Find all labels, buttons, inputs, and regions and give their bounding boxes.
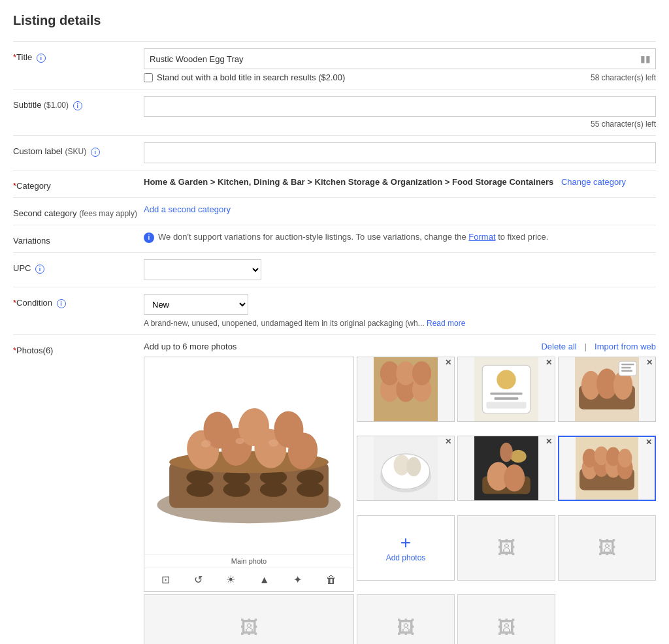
svg-rect-33 [486, 402, 526, 409]
format-link[interactable]: Format [468, 232, 495, 242]
subtitle-label: Subtitle ($1.00) i [13, 96, 144, 110]
subtitle-content: 55 character(s) left [144, 96, 656, 129]
bold-title-checkbox[interactable] [144, 73, 153, 82]
svg-point-63 [618, 449, 632, 468]
upc-select[interactable]: Does not apply [144, 259, 261, 280]
subtitle-input[interactable] [144, 96, 656, 117]
brightness-icon[interactable]: ☀ [226, 573, 235, 586]
svg-rect-39 [619, 361, 636, 376]
title-input-wrap: ▮▮ [144, 48, 656, 69]
main-photo-cell: Main photo ⊡ ↺ ☀ ▲ ✦ 🗑 [144, 357, 354, 592]
variations-info-icon: i [144, 233, 154, 243]
delete-all-link[interactable]: Delete all [541, 342, 576, 351]
title-content: ▮▮ Stand out with a bold title in search… [144, 48, 656, 82]
change-category-link[interactable]: Change category [561, 177, 626, 187]
empty-thumb-5: 🖼 [457, 594, 555, 644]
add-photos-cell[interactable]: + Add photos [357, 515, 455, 581]
title-info-icon[interactable]: i [37, 54, 46, 63]
svg-point-30 [497, 370, 515, 389]
title-label: *Title i [13, 48, 144, 63]
condition-select[interactable]: New Used For parts or not working [144, 294, 248, 315]
subtitle-info-icon[interactable]: i [73, 101, 82, 110]
thumbnail-2[interactable]: ✕ [457, 357, 555, 422]
thumbnail-6[interactable]: ✕ [558, 436, 656, 501]
sku-info-icon[interactable]: i [91, 148, 100, 157]
subtitle-char-count: 55 character(s) left [144, 120, 656, 129]
svg-rect-42 [621, 370, 632, 372]
custom-label-label: Custom label (SKU) i [13, 142, 144, 157]
magic-icon[interactable]: ✦ [293, 573, 302, 586]
bold-title-row: Stand out with a bold title in search re… [144, 72, 656, 82]
svg-rect-31 [491, 393, 523, 395]
thumb-3-close-icon[interactable]: ✕ [646, 359, 653, 366]
empty-thumb-icon-3: 🖼 [240, 617, 258, 638]
thumb-5-close-icon[interactable]: ✕ [546, 438, 552, 445]
thumbnail-5[interactable]: ✕ [457, 436, 555, 501]
svg-point-9 [297, 470, 323, 485]
add-second-category-link[interactable]: Add a second category [144, 204, 231, 214]
condition-read-more-link[interactable]: Read more [427, 319, 465, 328]
add-photos-label: Add photos [386, 553, 426, 562]
upc-content: Does not apply [144, 259, 656, 280]
thumbnail-4[interactable]: ✕ [357, 436, 455, 501]
svg-point-27 [412, 361, 431, 385]
import-from-web-link[interactable]: Import from web [595, 342, 656, 351]
empty-thumb-1: 🖼 [457, 515, 555, 581]
second-category-content: Add a second category [144, 204, 656, 214]
main-photo-label: Main photo [144, 554, 353, 568]
svg-point-53 [500, 443, 513, 462]
photo-toolbar: ⊡ ↺ ☀ ▲ ✦ 🗑 [144, 568, 353, 591]
photos-grid: Main photo ⊡ ↺ ☀ ▲ ✦ 🗑 [144, 357, 656, 644]
photos-label: *Photos(6) [13, 342, 144, 355]
thumb-2-close-icon[interactable]: ✕ [546, 359, 552, 366]
condition-content: New Used For parts or not working A bran… [144, 294, 656, 328]
contrast-icon[interactable]: ▲ [259, 574, 270, 586]
photos-content: Add up to 6 more photos Delete all | Imp… [144, 342, 656, 644]
listing-details-form: *Title i ▮▮ Stand out with a bold title … [13, 41, 656, 644]
add-photos-plus-icon: + [400, 534, 411, 552]
svg-point-51 [504, 464, 525, 492]
category-label: *Category [13, 177, 144, 191]
svg-rect-40 [621, 364, 634, 365]
thumb-4-close-icon[interactable]: ✕ [445, 438, 451, 445]
title-char-count: 58 character(s) left [591, 73, 656, 82]
svg-point-6 [186, 470, 213, 485]
empty-thumb-4: 🖼 [357, 594, 455, 644]
title-input-icon: ▮▮ [640, 54, 651, 64]
bold-title-label: Stand out with a bold title in search re… [157, 72, 345, 82]
upc-info-icon[interactable]: i [35, 265, 44, 274]
condition-label: *Condition i [13, 294, 144, 308]
condition-info-icon[interactable]: i [57, 299, 66, 308]
empty-thumb-icon-4: 🖼 [397, 617, 415, 638]
delete-photo-icon[interactable]: 🗑 [326, 574, 336, 586]
variations-row: Variations i We don't support variations… [13, 225, 656, 252]
upc-label: UPC i [13, 259, 144, 274]
svg-rect-32 [495, 397, 519, 400]
category-path: Home & Garden > Kitchen, Dining & Bar > … [144, 177, 553, 187]
title-input[interactable] [144, 48, 656, 69]
thumbnail-1[interactable]: ✕ [357, 357, 455, 422]
svg-rect-41 [621, 367, 631, 368]
thumb-6-close-icon[interactable]: ✕ [645, 438, 652, 446]
crop-icon[interactable]: ⊡ [161, 573, 170, 586]
second-category-label: Second category (fees may apply) [13, 204, 144, 218]
category-content: Home & Garden > Kitchen, Dining & Bar > … [144, 177, 656, 187]
egg-tray-svg [151, 374, 347, 538]
svg-point-20 [269, 439, 278, 446]
svg-point-47 [406, 457, 421, 476]
empty-thumb-icon-1: 🖼 [497, 537, 515, 558]
condition-row: *Condition i New Used For parts or not w… [13, 287, 656, 334]
sku-input[interactable] [144, 142, 656, 163]
second-category-row: Second category (fees may apply) Add a s… [13, 197, 656, 225]
custom-label-content [144, 142, 656, 163]
thumb-1-close-icon[interactable]: ✕ [445, 359, 451, 366]
category-row: *Category Home & Garden > Kitchen, Dinin… [13, 170, 656, 197]
svg-point-52 [510, 450, 527, 463]
variations-label: Variations [13, 232, 144, 246]
custom-label-row: Custom label (SKU) i [13, 135, 656, 170]
photos-row: *Photos(6) Add up to 6 more photos Delet… [13, 334, 656, 644]
main-photo-image-area[interactable] [144, 357, 353, 554]
rotate-icon[interactable]: ↺ [194, 573, 203, 586]
thumbnail-3[interactable]: ✕ [558, 357, 656, 422]
page-title: Listing details [13, 13, 656, 28]
